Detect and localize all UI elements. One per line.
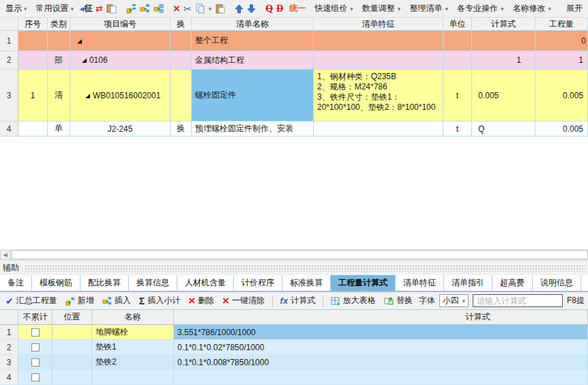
collapse-icon[interactable]: ◢ bbox=[85, 92, 90, 99]
cell-bianhao[interactable]: ◢ bbox=[70, 31, 171, 51]
tab-chaogaofei[interactable]: 超高费 bbox=[493, 275, 533, 291]
collapse-icon[interactable]: ◢ bbox=[77, 38, 82, 44]
table-row[interactable]: 3 1 清 ◢ WB010516002001 螺栓固定件 1、钢材种类：Q235… bbox=[0, 70, 588, 122]
scrollbar-thumb[interactable] bbox=[11, 250, 588, 259]
col-header-tezheng[interactable]: 清单特征 bbox=[314, 18, 443, 31]
no-accumulate-checkbox[interactable] bbox=[31, 373, 40, 382]
cell-huan[interactable]: 换 bbox=[171, 122, 192, 137]
delete-icon[interactable]: × bbox=[173, 3, 180, 15]
cell-leibie[interactable]: 单 bbox=[48, 122, 70, 137]
col-header-gongchengliang[interactable]: 工程量 bbox=[535, 18, 588, 31]
col-header-position[interactable]: 位置 bbox=[53, 310, 92, 325]
no-accumulate-checkbox[interactable] bbox=[31, 358, 40, 367]
cell-no-accumulate[interactable] bbox=[18, 355, 53, 370]
cell-danwei[interactable]: t bbox=[443, 122, 472, 137]
cell-mingcheng[interactable]: 金属结构工程 bbox=[192, 51, 314, 70]
replace-button[interactable]: 替换 bbox=[382, 294, 415, 308]
delete-row-button[interactable]: × 删除 bbox=[186, 294, 216, 308]
query-q-icon[interactable]: Q bbox=[265, 3, 273, 15]
calc-row[interactable]: 3 垫铁2 0.1*0.1*0.008*7850/1000 bbox=[0, 355, 588, 370]
col-header-bianhao[interactable]: 项目编号 bbox=[70, 18, 171, 31]
cell-gongchengliang[interactable]: 0.005 bbox=[535, 70, 588, 122]
cell-danwei[interactable]: t bbox=[443, 70, 472, 122]
cell-danwei[interactable] bbox=[443, 31, 472, 51]
cell-name[interactable]: 垫铁2 bbox=[92, 355, 174, 370]
tab-rencaiji-hanliang[interactable]: 人材机含量 bbox=[177, 275, 234, 291]
cell-xuhao[interactable] bbox=[18, 122, 48, 137]
calc-row[interactable]: 2 垫铁1 0.1*0.1*0.02*7850/1000 bbox=[0, 340, 588, 355]
cell-position[interactable] bbox=[53, 370, 92, 385]
move-down-icon[interactable] bbox=[247, 3, 256, 15]
cell-bianhao[interactable]: J2-245 bbox=[70, 122, 171, 137]
insert-subtotal-button[interactable]: Σ 插入小计 bbox=[137, 294, 182, 308]
move-up-icon[interactable] bbox=[235, 3, 244, 15]
quota-d-icon[interactable]: D bbox=[276, 3, 283, 15]
cell-formula[interactable]: 0.1*0.1*0.02*7850/1000 bbox=[174, 340, 588, 355]
cell-name[interactable] bbox=[92, 370, 174, 385]
aux-panel-header[interactable]: 辅助 bbox=[0, 260, 588, 275]
col-header-danwei[interactable]: 单位 bbox=[443, 18, 472, 31]
zoom-table-button[interactable]: 放大表格 bbox=[329, 294, 378, 308]
cut-icon[interactable]: ✂ bbox=[183, 3, 192, 15]
tab-huansuan-xinxi[interactable]: 换算信息 bbox=[129, 275, 177, 291]
tab-qingdan-can[interactable]: 清单参 bbox=[581, 275, 588, 291]
cell-huan[interactable] bbox=[171, 70, 192, 122]
col-header-no-accumulate[interactable]: 不累计 bbox=[18, 310, 53, 325]
horizontal-scrollbar[interactable]: ◀ bbox=[0, 249, 588, 260]
cell-name[interactable]: 垫铁1 bbox=[92, 340, 174, 355]
cell-huan[interactable] bbox=[171, 31, 192, 51]
cell-formula[interactable]: 0.1*0.1*0.008*7850/1000 bbox=[174, 355, 588, 370]
common-settings-menu[interactable]: 常用设置 ▾ bbox=[33, 1, 77, 16]
cell-gongchengliang[interactable]: 0.005 bbox=[535, 122, 588, 137]
tab-muban-gangjin[interactable]: 模板钢筋 bbox=[32, 275, 80, 291]
cell-jisuanshi[interactable]: 0.005 bbox=[472, 70, 535, 122]
cell-formula[interactable] bbox=[174, 370, 588, 385]
col-header-jisuanshi[interactable]: 计算式 bbox=[472, 18, 535, 31]
insert-sibling-row-icon[interactable] bbox=[153, 3, 164, 15]
cell-no-accumulate[interactable] bbox=[18, 325, 53, 340]
col-header-leibie[interactable]: 类别 bbox=[48, 18, 70, 31]
cell-position[interactable] bbox=[53, 325, 92, 340]
calc-row[interactable]: 4 bbox=[0, 370, 588, 385]
cell-mingcheng[interactable]: 整个工程 bbox=[192, 31, 314, 51]
add-row-button[interactable]: 新增 bbox=[63, 294, 96, 308]
cell-danwei[interactable] bbox=[443, 51, 472, 70]
no-accumulate-checkbox[interactable] bbox=[31, 343, 40, 352]
cell-position[interactable] bbox=[53, 355, 92, 370]
clipboard-pages-icon[interactable] bbox=[106, 3, 117, 15]
tab-peibi-huansuan[interactable]: 配比换算 bbox=[80, 275, 129, 291]
cell-bianhao[interactable]: ◢ 0106 bbox=[70, 51, 171, 70]
tidy-list-menu[interactable]: 整理清单 ▾ bbox=[407, 1, 451, 16]
scroll-left-button[interactable]: ◀ bbox=[0, 250, 10, 259]
tab-jijia-chengxu[interactable]: 计价程序 bbox=[234, 275, 282, 291]
chevron-down-icon[interactable]: ▾ bbox=[209, 5, 212, 12]
insert-child-row-icon[interactable] bbox=[140, 3, 150, 15]
cell-jisuanshi[interactable]: 1 bbox=[472, 51, 535, 70]
col-header-mingcheng[interactable]: 清单名称 bbox=[192, 18, 314, 31]
insert-row-button[interactable]: 插入 bbox=[100, 294, 133, 308]
cell-bianhao[interactable]: ◢ WB010516002001 bbox=[70, 70, 171, 122]
tab-biaozhun-huansuan[interactable]: 标准换算 bbox=[282, 275, 331, 291]
formula-input[interactable] bbox=[473, 294, 563, 307]
col-header-xuhao[interactable]: 序号 bbox=[18, 18, 48, 31]
paste-icon[interactable] bbox=[215, 3, 225, 15]
tab-qingdan-zhiyin[interactable]: 清单指引 bbox=[444, 275, 493, 291]
tab-qingdan-tezheng[interactable]: 清单特征 bbox=[396, 275, 444, 291]
collapse-icon[interactable]: ◢ bbox=[82, 57, 87, 63]
cell-jisuanshi[interactable]: Q bbox=[472, 122, 535, 137]
insert-row-after-icon[interactable] bbox=[126, 3, 136, 15]
cell-xuhao[interactable] bbox=[18, 31, 48, 51]
cell-gongchengliang[interactable]: 0 bbox=[535, 31, 588, 51]
font-size-select[interactable]: 小四 ▾ bbox=[439, 294, 469, 307]
cell-xuhao[interactable]: 1 bbox=[18, 70, 48, 122]
table-row[interactable]: 2 部 ◢ 0106 金属结构工程 1 1 bbox=[0, 51, 588, 70]
calc-row[interactable]: 1 地脚螺栓 3.551*786/1000/1000 bbox=[0, 325, 588, 340]
cell-gongchengliang[interactable]: 1 bbox=[535, 51, 588, 70]
cell-name[interactable]: 地脚螺栓 bbox=[92, 325, 174, 340]
cell-position[interactable] bbox=[53, 340, 92, 355]
tab-beizhu[interactable]: 备注 bbox=[0, 275, 32, 291]
cell-xuhao[interactable] bbox=[18, 51, 48, 70]
col-header-huan[interactable]: 换 bbox=[171, 18, 192, 31]
unit-convert-icon[interactable]: ⇄ bbox=[95, 3, 103, 15]
col-header-formula[interactable]: 计算式 bbox=[174, 310, 588, 325]
